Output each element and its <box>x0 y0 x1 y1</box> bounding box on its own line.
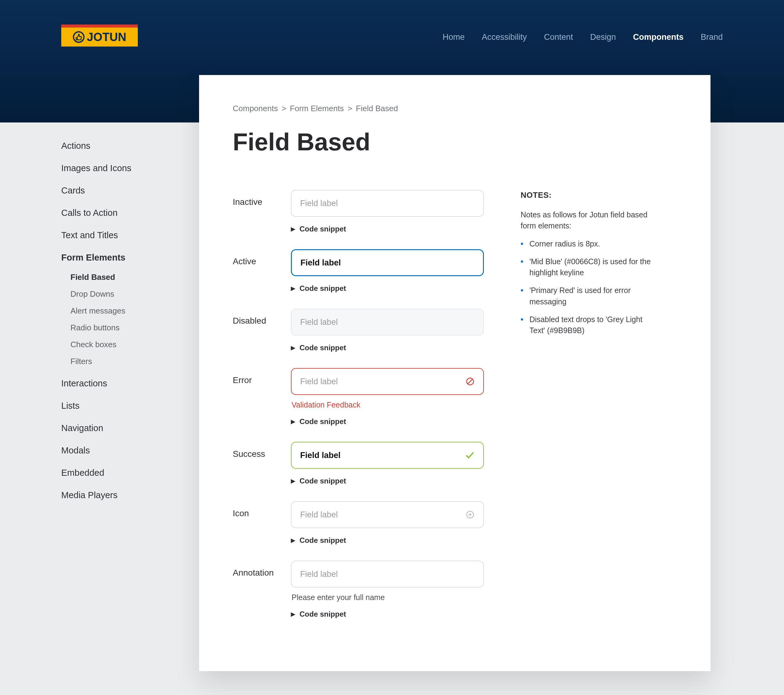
field-placeholder: Field label <box>300 570 338 579</box>
triangle-right-icon: ▶ <box>291 226 295 232</box>
nav-home[interactable]: Home <box>443 33 464 42</box>
nav-accessibility[interactable]: Accessibility <box>482 33 527 42</box>
nav-components[interactable]: Components <box>633 33 684 42</box>
code-snippet-toggle[interactable]: ▶ Code snippet <box>291 225 484 233</box>
breadcrumb: Components > Form Elements > Field Based <box>233 104 677 113</box>
plus-circle-icon[interactable] <box>466 510 475 519</box>
text-field-inactive[interactable]: Field label <box>291 190 484 217</box>
content-card: Components > Form Elements > Field Based… <box>199 75 710 671</box>
field-value: Field label <box>300 451 341 460</box>
code-snippet-toggle[interactable]: ▶ Code snippet <box>291 344 484 352</box>
state-label: Error <box>233 368 291 385</box>
code-snippet-toggle[interactable]: ▶ Code snippet <box>291 417 484 426</box>
nav-brand[interactable]: Brand <box>701 33 723 42</box>
sidebar-item-modals[interactable]: Modals <box>61 445 181 456</box>
code-snippet-toggle[interactable]: ▶ Code snippet <box>291 477 484 485</box>
specimen-row: Icon Field label <box>233 501 484 545</box>
notes-item: Corner radius is 8px. <box>529 238 600 249</box>
sidebar-sub-check[interactable]: Check boxes <box>71 340 181 349</box>
svg-line-1 <box>468 379 473 384</box>
field-placeholder: Field label <box>300 377 338 386</box>
specimen-row: Annotation Field label Please enter your… <box>233 561 484 618</box>
sidebar-sub-field-based[interactable]: Field Based <box>71 272 181 282</box>
notes-panel: NOTES: Notes as follows for Jotun field … <box>520 190 652 634</box>
nav-design[interactable]: Design <box>590 33 616 42</box>
code-snippet-label: Code snippet <box>300 344 346 352</box>
code-snippet-label: Code snippet <box>300 284 346 293</box>
bullet-icon: • <box>520 314 524 336</box>
code-snippet-label: Code snippet <box>300 225 346 233</box>
breadcrumb-item-current: Field Based <box>356 104 398 113</box>
sidebar-item-embedded[interactable]: Embedded <box>61 468 181 478</box>
notes-item: 'Primary Red' is used for error messagin… <box>529 285 652 307</box>
state-label: Inactive <box>233 190 291 207</box>
sidebar-item-media-players[interactable]: Media Players <box>61 490 181 500</box>
sidebar-sub-filters[interactable]: Filters <box>71 357 181 366</box>
notes-title: NOTES: <box>520 191 652 200</box>
field-placeholder: Field label <box>300 510 338 520</box>
code-snippet-toggle[interactable]: ▶ Code snippet <box>291 610 484 618</box>
triangle-right-icon: ▶ <box>291 344 295 351</box>
specimen-row: Success Field label <box>233 442 484 485</box>
breadcrumb-item[interactable]: Form Elements <box>290 104 344 113</box>
thumbs-up-icon <box>73 31 84 43</box>
notes-item: Disabled text drops to 'Grey Light Text'… <box>529 314 652 336</box>
sidebar-sub-alert[interactable]: Alert messages <box>71 306 181 316</box>
text-field-active[interactable]: Field label <box>291 249 484 276</box>
sidebar-item-cards[interactable]: Cards <box>61 186 181 196</box>
annotation-text: Please enter your full name <box>291 593 484 602</box>
code-snippet-label: Code snippet <box>300 536 346 545</box>
triangle-right-icon: ▶ <box>291 285 295 292</box>
sidebar-item-lists[interactable]: Lists <box>61 401 181 411</box>
check-icon <box>465 450 475 460</box>
chevron-right-icon: > <box>282 104 286 113</box>
sidebar-sub-drop-downs[interactable]: Drop Downs <box>71 289 181 299</box>
notes-intro: Notes as follows for Jotun field based f… <box>520 209 652 231</box>
bullet-icon: • <box>520 238 524 249</box>
validation-message: Validation Feedback <box>291 400 484 409</box>
code-snippet-toggle[interactable]: ▶ Code snippet <box>291 284 484 293</box>
text-field-success[interactable]: Field label <box>291 442 484 469</box>
code-snippet-label: Code snippet <box>300 477 346 485</box>
state-label: Active <box>233 249 291 266</box>
text-field-with-icon[interactable]: Field label <box>291 501 484 528</box>
bullet-icon: • <box>520 256 524 278</box>
notes-item: 'Mid Blue' (#0066C8) is used for the hig… <box>529 256 652 278</box>
page-title: Field Based <box>233 128 677 156</box>
field-value: Field label <box>300 258 341 268</box>
sidebar-sub-radio[interactable]: Radio buttons <box>71 323 181 333</box>
code-snippet-toggle[interactable]: ▶ Code snippet <box>291 536 484 545</box>
sidebar-item-navigation[interactable]: Navigation <box>61 423 181 433</box>
state-label: Success <box>233 442 291 459</box>
sidebar-item-ctas[interactable]: Calls to Action <box>61 208 181 218</box>
specimen-row: Active Field label ▶ Code snippet <box>233 249 484 293</box>
state-label: Annotation <box>233 561 291 578</box>
nav-content[interactable]: Content <box>544 33 573 42</box>
sidebar: Actions Images and Icons Cards Calls to … <box>61 141 181 512</box>
sidebar-item-interactions[interactable]: Interactions <box>61 379 181 389</box>
text-field-annotated[interactable]: Field label <box>291 561 484 588</box>
state-label: Disabled <box>233 309 291 326</box>
text-field-error[interactable]: Field label <box>291 368 484 395</box>
top-nav: Home Accessibility Content Design Compon… <box>443 33 723 42</box>
triangle-right-icon: ▶ <box>291 418 295 425</box>
field-placeholder: Field label <box>300 199 338 208</box>
sidebar-item-text-titles[interactable]: Text and Titles <box>61 230 181 240</box>
sidebar-item-actions[interactable]: Actions <box>61 141 181 151</box>
code-snippet-label: Code snippet <box>300 417 346 426</box>
triangle-right-icon: ▶ <box>291 611 295 618</box>
sidebar-item-images-icons[interactable]: Images and Icons <box>61 163 181 173</box>
specimen-row: Inactive Field label ▶ Code snippet <box>233 190 484 233</box>
specimen-row: Error Field label Validation Feedb <box>233 368 484 426</box>
sidebar-item-form-elements[interactable]: Form Elements <box>61 253 181 263</box>
field-placeholder: Field label <box>300 318 338 327</box>
text-field-disabled: Field label <box>291 309 484 336</box>
state-label: Icon <box>233 501 291 518</box>
triangle-right-icon: ▶ <box>291 478 295 484</box>
code-snippet-label: Code snippet <box>300 610 346 618</box>
breadcrumb-item[interactable]: Components <box>233 104 278 113</box>
triangle-right-icon: ▶ <box>291 537 295 544</box>
brand-logo[interactable]: JOTUN <box>61 25 138 46</box>
specimen-row: Disabled Field label ▶ Code snippet <box>233 309 484 352</box>
bullet-icon: • <box>520 285 524 307</box>
